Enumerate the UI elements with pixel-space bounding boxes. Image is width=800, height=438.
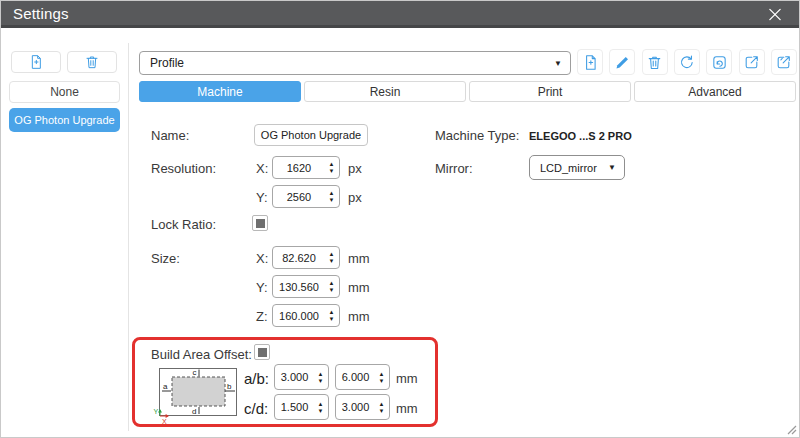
lock-ratio-checkbox[interactable] (252, 215, 268, 231)
x-axis-label: X (162, 418, 167, 425)
export-profile-button[interactable] (771, 49, 797, 75)
name-input[interactable]: OG Photon Upgrade (254, 124, 368, 146)
offset-a-value: 3.000 (275, 365, 314, 389)
spin-down-icon[interactable]: ▼ (318, 378, 324, 384)
offset-b-input[interactable]: 6.000 ▲▼ (335, 364, 390, 390)
restore-profile-button[interactable] (706, 49, 732, 75)
sidebar-item-label: OG Photon Upgrade (14, 114, 114, 126)
import-profile-button[interactable] (739, 49, 765, 75)
build-area-offset-label: Build Area Offset: (151, 347, 252, 362)
refresh-profiles-icon (678, 54, 695, 71)
spin-up-icon[interactable]: ▲ (329, 309, 335, 315)
spin-down-icon[interactable]: ▼ (379, 408, 385, 414)
spin-up-icon[interactable]: ▲ (329, 280, 335, 286)
resolution-x-input[interactable]: 1620 ▲▼ (272, 156, 340, 179)
tab-resin[interactable]: Resin (304, 81, 466, 102)
import-profile-icon (743, 54, 760, 71)
checkbox-fill (256, 219, 265, 228)
titlebar: Settings (1, 1, 800, 28)
stepper-arrows: ▲▼ (325, 186, 339, 207)
ab-label: a/b: (244, 370, 269, 387)
spin-down-icon[interactable]: ▼ (329, 197, 335, 203)
spin-up-icon[interactable]: ▲ (318, 371, 324, 377)
spin-up-icon[interactable]: ▲ (379, 371, 385, 377)
refresh-profiles-button[interactable] (674, 49, 700, 75)
mirror-label: Mirror: (435, 161, 473, 176)
offset-c-input[interactable]: 1.500 ▲▼ (274, 394, 329, 420)
add-profile-icon (28, 54, 44, 70)
cd-unit: mm (396, 401, 418, 416)
spin-down-icon[interactable]: ▼ (329, 258, 335, 264)
spin-down-icon[interactable]: ▼ (329, 287, 335, 293)
spin-up-icon[interactable]: ▲ (329, 251, 335, 257)
offset-d-label: d (192, 407, 196, 416)
resize-grip[interactable] (785, 423, 797, 435)
spin-up-icon[interactable]: ▲ (329, 190, 335, 196)
tab-label: Print (538, 85, 563, 99)
tab-machine[interactable]: Machine (139, 81, 301, 102)
size-x-label: X: (256, 251, 268, 266)
sidebar-divider (128, 43, 129, 431)
resolution-y-unit: px (348, 190, 362, 205)
edit-profile-button[interactable] (609, 49, 635, 75)
profile-select[interactable]: Profile ▼ (139, 51, 571, 75)
sidebar-item-label: None (50, 85, 79, 99)
resolution-y-label: Y: (256, 190, 268, 205)
tab-label: Machine (197, 85, 242, 99)
spin-up-icon[interactable]: ▲ (379, 401, 385, 407)
offset-d-value: 3.000 (336, 395, 375, 419)
offset-d-input[interactable]: 3.000 ▲▼ (335, 394, 390, 420)
size-y-label: Y: (256, 280, 268, 295)
y-axis-label: Y (154, 408, 159, 415)
spin-down-icon[interactable]: ▼ (318, 408, 324, 414)
size-z-input[interactable]: 160.000 ▲▼ (272, 304, 340, 327)
stepper-arrows: ▲▼ (325, 157, 339, 178)
settings-dialog: Settings None OG Photon Upgrade Profile … (0, 0, 800, 438)
size-y-unit: mm (348, 280, 370, 295)
resolution-x-label: X: (256, 161, 268, 176)
stepper-arrows: ▲▼ (375, 395, 389, 419)
mirror-value: LCD_mirror (530, 162, 597, 174)
machine-type-label: Machine Type: (435, 128, 519, 143)
stepper-arrows: ▲▼ (325, 247, 339, 268)
spin-up-icon[interactable]: ▲ (318, 401, 324, 407)
delete-machine-button[interactable] (67, 51, 117, 73)
mirror-select[interactable]: LCD_mirror ▼ (529, 155, 625, 180)
tab-print[interactable]: Print (469, 81, 631, 102)
size-z-label: Z: (256, 309, 268, 324)
resolution-y-value: 2560 (273, 186, 325, 207)
spin-down-icon[interactable]: ▼ (379, 378, 385, 384)
size-x-input[interactable]: 82.620 ▲▼ (272, 246, 340, 269)
delete-profile-icon (84, 54, 100, 70)
sidebar-item-none[interactable]: None (9, 81, 120, 103)
profile-toolbar (577, 49, 797, 75)
size-y-value: 130.560 (273, 276, 325, 297)
edit-profile-icon (614, 54, 631, 71)
spin-up-icon[interactable]: ▲ (329, 161, 335, 167)
offset-a-input[interactable]: 3.000 ▲▼ (274, 364, 329, 390)
tab-advanced[interactable]: Advanced (634, 81, 796, 102)
delete-profile-button[interactable] (642, 49, 668, 75)
name-label: Name: (151, 128, 189, 143)
offset-area-rect (172, 377, 225, 406)
size-y-input[interactable]: 130.560 ▲▼ (272, 275, 340, 298)
close-button[interactable] (763, 5, 787, 23)
profile-select-value: Profile (140, 56, 184, 70)
stepper-arrows: ▲▼ (314, 365, 328, 389)
add-profile-icon (582, 54, 599, 71)
offset-b-label: b (227, 382, 232, 391)
offset-b-value: 6.000 (336, 365, 375, 389)
checkbox-fill (258, 348, 267, 357)
stepper-arrows: ▲▼ (325, 276, 339, 297)
build-area-offset-checkbox[interactable] (254, 344, 270, 360)
add-machine-button[interactable] (11, 51, 61, 73)
size-x-value: 82.620 (273, 247, 325, 268)
resolution-y-input[interactable]: 2560 ▲▼ (272, 185, 340, 208)
spin-down-icon[interactable]: ▼ (329, 168, 335, 174)
cd-label: c/d: (244, 400, 268, 417)
spin-down-icon[interactable]: ▼ (329, 316, 335, 322)
sidebar-item-og-photon-upgrade[interactable]: OG Photon Upgrade (9, 108, 120, 132)
window-title: Settings (13, 5, 69, 22)
add-profile-button[interactable] (577, 49, 603, 75)
resolution-x-unit: px (348, 161, 362, 176)
